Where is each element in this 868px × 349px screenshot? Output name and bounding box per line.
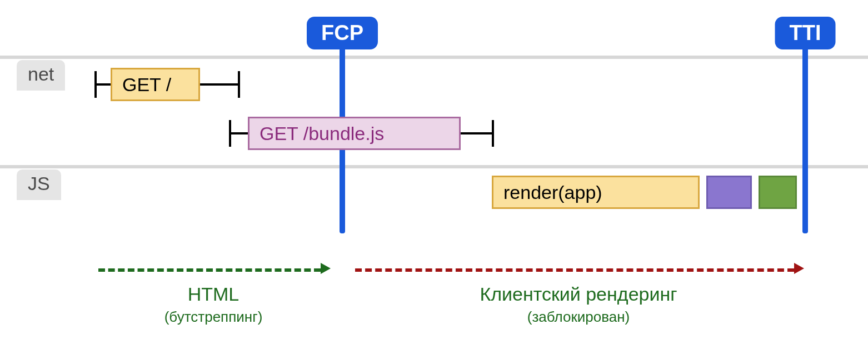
client-phase-arrow (355, 268, 794, 272)
fcp-marker-badge: FCP (307, 17, 378, 49)
tti-marker-line (802, 47, 808, 233)
get-bundle-box: GET /bundle.js (248, 117, 461, 150)
js-track-label: JS (17, 169, 61, 200)
timeline-diagram: net JS FCP TTI GET / GET /bundle.js rend… (0, 0, 868, 349)
client-phase-subtitle: (заблокирован) (527, 308, 630, 326)
client-phase-arrowhead (794, 263, 804, 274)
get-root-cap-right (238, 71, 240, 98)
html-phase-arrow (98, 268, 321, 272)
get-root-box: GET / (111, 68, 200, 101)
get-bundle-cap-right (492, 120, 494, 147)
html-phase-title: HTML (188, 283, 240, 305)
client-phase-title: Клиентский рендеринг (480, 283, 677, 305)
get-bundle-label: GET /bundle.js (260, 123, 384, 144)
tti-marker-badge: TTI (775, 17, 836, 49)
html-phase-subtitle: (бутстреппинг) (164, 308, 263, 326)
get-root-cap-left (94, 71, 97, 98)
html-phase-arrowhead (321, 263, 331, 274)
render-app-label: render(app) (503, 182, 602, 203)
get-root-label: GET / (122, 74, 171, 96)
js-track-line (0, 165, 868, 168)
green-block (759, 176, 797, 209)
get-bundle-cap-left (229, 120, 231, 147)
render-app-box: render(app) (492, 176, 700, 209)
net-track-label: net (17, 60, 65, 91)
net-track-line (0, 56, 868, 59)
purple-block (706, 176, 752, 209)
